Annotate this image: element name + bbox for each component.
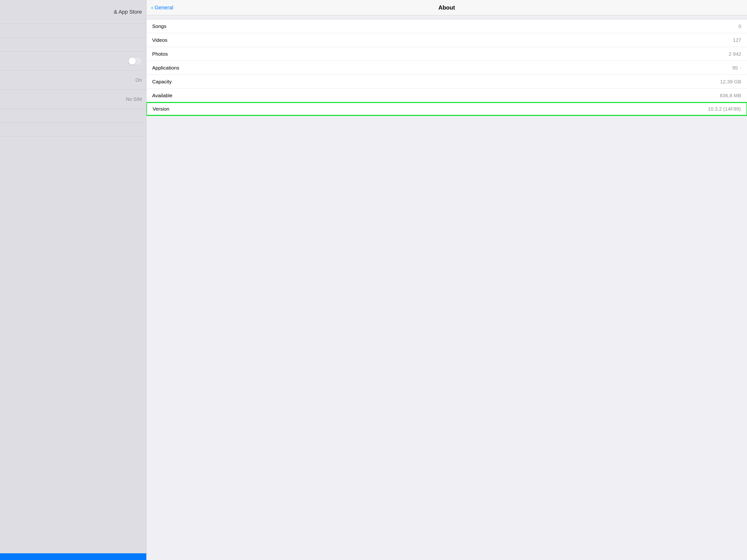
about-list: Songs0Videos127Photos2 942Applications95… xyxy=(147,19,747,116)
table-row: Songs0 xyxy=(147,19,747,33)
sidebar-row-no-sim: No SIM xyxy=(0,90,146,109)
on-label: On xyxy=(135,77,142,83)
toggle-switch[interactable] xyxy=(128,57,142,65)
row-label: Songs xyxy=(152,23,166,29)
sidebar-empty-row-2 xyxy=(0,123,146,137)
sidebar-row-app-store: & App Store xyxy=(0,0,146,24)
chevron-right-icon: › xyxy=(740,65,741,70)
sidebar: & App Store On No SIM xyxy=(0,0,147,560)
sidebar-row-on: On xyxy=(0,71,146,90)
row-value: 10.3.2 (14F89) xyxy=(708,106,741,112)
no-sim-label: No SIM xyxy=(126,97,142,102)
back-label: General xyxy=(155,4,173,11)
table-row: Version10.3.2 (14F89) xyxy=(147,102,747,116)
row-value: 2 942 xyxy=(728,51,741,57)
sidebar-row-empty2 xyxy=(0,38,146,52)
back-chevron-icon: ‹ xyxy=(151,4,153,11)
sidebar-row-toggle xyxy=(0,52,146,71)
row-value: 12,39 GB xyxy=(720,79,741,85)
app-store-label: & App Store xyxy=(114,9,142,15)
table-row: Capacity12,39 GB xyxy=(147,75,747,89)
back-button[interactable]: ‹ General xyxy=(151,4,173,11)
row-label: Available xyxy=(152,93,173,99)
row-label: Applications xyxy=(152,65,179,71)
row-label: Version xyxy=(153,106,170,112)
table-row: Available836,8 MB xyxy=(147,89,747,103)
sidebar-row-empty1 xyxy=(0,24,146,38)
row-label: Photos xyxy=(152,51,168,57)
header: ‹ General About xyxy=(147,0,747,15)
main-content: ‹ General About Songs0Videos127Photos2 9… xyxy=(147,0,747,560)
table-row: Photos2 942 xyxy=(147,47,747,61)
row-label: Capacity xyxy=(152,79,172,85)
row-value: 95› xyxy=(732,65,741,71)
row-value: 836,8 MB xyxy=(720,93,741,99)
table-row: Videos127 xyxy=(147,33,747,47)
row-value: 0 xyxy=(739,23,741,29)
row-label: Videos xyxy=(152,37,168,43)
page-title: About xyxy=(438,4,455,11)
content-area: Songs0Videos127Photos2 942Applications95… xyxy=(147,15,747,560)
sidebar-empty-row-1 xyxy=(0,109,146,123)
sidebar-empty-row-3 xyxy=(0,137,146,560)
sidebar-bottom-bar xyxy=(0,553,146,560)
table-row[interactable]: Applications95› xyxy=(147,61,747,75)
sidebar-empty-space xyxy=(0,109,146,560)
row-value: 127 xyxy=(733,37,741,43)
